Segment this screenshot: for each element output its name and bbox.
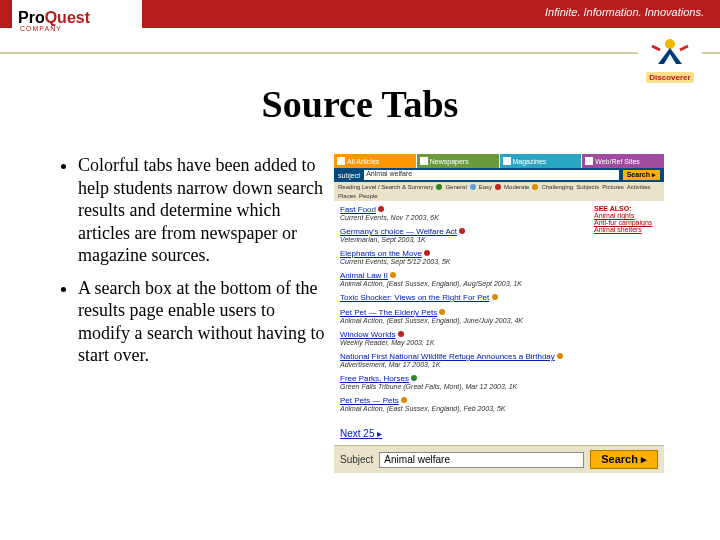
- person-star-icon: [650, 36, 690, 66]
- level-dot-icon: [424, 250, 430, 256]
- result-link[interactable]: Window Worlds: [340, 330, 395, 339]
- tab-all-articles[interactable]: All Articles: [334, 154, 416, 168]
- tab-icon: [420, 157, 428, 165]
- result-link[interactable]: Animal Law II: [340, 271, 388, 280]
- subject-field[interactable]: Animal welfare: [364, 170, 619, 180]
- level-dot-icon: [401, 397, 407, 403]
- level-dot-icon: [439, 309, 445, 315]
- result-item: Germany's choice — Welfare Act Veterinar…: [340, 227, 584, 243]
- result-link[interactable]: Toxic Shocker: Views on the Right For Pe…: [340, 293, 489, 302]
- result-link[interactable]: Pet Pet — The Elderly Pets: [340, 308, 437, 317]
- result-item: Animal Law II Animal Action, (East Susse…: [340, 271, 584, 287]
- filter-row: Reading Level / Search & Summary General…: [334, 182, 664, 201]
- level-dot-icon: [459, 228, 465, 234]
- level-dot-icon: [557, 353, 563, 359]
- level-dot-icon: [390, 272, 396, 278]
- bottom-search-button[interactable]: Search ▸: [590, 450, 658, 469]
- result-link[interactable]: National First National Wildlife Refuge …: [340, 352, 555, 361]
- logo-text: ProQuest: [18, 9, 90, 26]
- results-screenshot: All Articles Newspapers Magazines Web/Re…: [334, 154, 664, 473]
- result-link[interactable]: Fast Food: [340, 205, 376, 214]
- header-bar: ProQuest COMPANY Infinite. Information. …: [0, 0, 720, 28]
- tab-magazines[interactable]: Magazines: [500, 154, 582, 168]
- level-dot-icon: [532, 184, 538, 190]
- result-item: Toxic Shocker: Views on the Right For Pe…: [340, 293, 584, 302]
- level-dot-icon: [492, 294, 498, 300]
- result-link[interactable]: Germany's choice — Welfare Act: [340, 227, 457, 236]
- next-page-link[interactable]: Next 25 ▸: [334, 422, 388, 445]
- svg-point-0: [665, 39, 675, 49]
- result-item: Fast Food Current Events, Nov 7 2003, 6K: [340, 205, 584, 221]
- bottom-subject-label: Subject: [340, 454, 373, 465]
- level-dot-icon: [411, 375, 417, 381]
- tab-web-ref[interactable]: Web/Ref Sites: [582, 154, 664, 168]
- result-item: Elephants on the Move Current Events, Se…: [340, 249, 584, 265]
- search-button-top[interactable]: Search ▸: [623, 170, 660, 180]
- logo: ProQuest COMPANY: [12, 0, 142, 40]
- subject-label: subject: [338, 172, 360, 179]
- level-dot-icon: [495, 184, 501, 190]
- search-bar-top: subject Animal welfare Search ▸: [334, 168, 664, 182]
- header-rule: [0, 40, 720, 54]
- bullet-item: A search box at the bottom of the result…: [78, 277, 330, 367]
- tab-newspapers[interactable]: Newspapers: [417, 154, 499, 168]
- see-also-link[interactable]: Animal shelters: [594, 226, 660, 233]
- level-dot-icon: [398, 331, 404, 337]
- level-dot-icon: [436, 184, 442, 190]
- tab-icon: [503, 157, 511, 165]
- result-item: Pet Pet — The Elderly Pets Animal Action…: [340, 308, 584, 324]
- bullet-item: Colorful tabs have been added to help st…: [78, 154, 330, 267]
- level-dot-icon: [470, 184, 476, 190]
- tagline: Infinite. Information. Innovations.: [545, 6, 704, 18]
- result-link[interactable]: Elephants on the Move: [340, 249, 422, 258]
- source-tabs: All Articles Newspapers Magazines Web/Re…: [334, 154, 664, 168]
- level-dot-icon: [378, 206, 384, 212]
- tab-icon: [585, 157, 593, 165]
- result-link[interactable]: Pet Pets — Pets: [340, 396, 399, 405]
- result-link[interactable]: Free Parks, Horses: [340, 374, 409, 383]
- search-bar-bottom: Subject Search ▸: [334, 445, 664, 473]
- see-also-link[interactable]: Animal rights: [594, 212, 660, 219]
- result-item: Window Worlds Weekly Reader, May 2003, 1…: [340, 330, 584, 346]
- bullet-list: Colorful tabs have been added to help st…: [60, 154, 330, 473]
- see-also-link[interactable]: Anti-fur campaigns: [594, 219, 660, 226]
- result-item: Pet Pets — Pets Animal Action, (East Sus…: [340, 396, 584, 412]
- results-list: Fast Food Current Events, Nov 7 2003, 6K…: [334, 201, 590, 422]
- bottom-search-input[interactable]: [379, 452, 584, 468]
- see-also-panel: SEE ALSO: Animal rights Anti-fur campaig…: [590, 201, 664, 422]
- discoverer-badge: Discoverer: [638, 36, 702, 80]
- result-item: Free Parks, Horses Green Falls Tribune (…: [340, 374, 584, 390]
- result-item: National First National Wildlife Refuge …: [340, 352, 584, 368]
- badge-label: Discoverer: [646, 72, 693, 83]
- see-also-header: SEE ALSO:: [594, 205, 660, 212]
- page-title: Source Tabs: [0, 82, 720, 126]
- tab-icon: [337, 157, 345, 165]
- filter-row-label: Reading Level / Search & Summary: [338, 184, 433, 190]
